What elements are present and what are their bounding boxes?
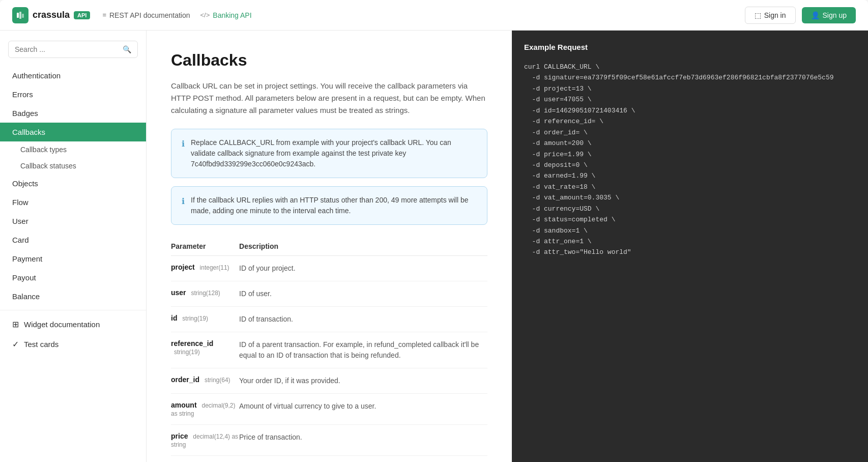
info-box-2-text: If the callback URL replies with an HTTP… xyxy=(191,195,477,216)
main-layout: 🔍 Authentication Errors Badges Callbacks… xyxy=(0,31,868,462)
widget-doc-icon: ⊞ xyxy=(12,320,19,329)
param-name: project xyxy=(171,263,195,271)
api-badge: API xyxy=(74,11,90,19)
table-row: amount decimal(9,2) as string Amount of … xyxy=(171,394,487,425)
nav-right: ⬚ Sign in 👤 Sign up xyxy=(745,7,856,24)
sidebar-item-errors[interactable]: Errors xyxy=(0,85,146,104)
menu-icon: ≡ xyxy=(102,11,106,19)
sidebar-item-callbacks-label: Callbacks xyxy=(12,128,45,136)
search-input[interactable] xyxy=(15,45,119,53)
sidebar-widget-documentation[interactable]: ⊞ Widget documentation xyxy=(0,314,146,334)
svg-rect-0 xyxy=(17,13,19,18)
logo-icon xyxy=(12,7,28,23)
nav-links: ≡ REST API documentation </> Banking API xyxy=(102,11,251,19)
table-row: order_id string(64) Your order ID, if it… xyxy=(171,368,487,394)
main-content: Callbacks Callback URL can be set in pro… xyxy=(147,31,512,462)
sidebar: 🔍 Authentication Errors Badges Callbacks… xyxy=(0,31,147,462)
sidebar-item-payout-label: Payout xyxy=(12,273,36,282)
sidebar-item-objects[interactable]: Objects xyxy=(0,174,146,193)
signin-icon: ⬚ xyxy=(755,11,761,19)
param-description: ID of your project. xyxy=(239,256,487,281)
page-description: Callback URL can be set in project setti… xyxy=(171,80,487,117)
search-icon: 🔍 xyxy=(123,45,131,53)
code-panel: Example Request curl CALLBACK_URL \ -d s… xyxy=(512,31,868,462)
table-row: user string(128) ID of user. xyxy=(171,281,487,307)
sidebar-item-callbacks[interactable]: Callbacks xyxy=(0,123,146,141)
info-icon-1: ℹ xyxy=(182,138,185,150)
param-type: string(19) xyxy=(182,315,208,322)
sidebar-item-authentication-label: Authentication xyxy=(12,71,61,80)
code-block: curl CALLBACK_URL \ -d signature=ea7379f… xyxy=(524,62,856,258)
param-description: ID of user. xyxy=(239,281,487,307)
param-name: reference_id xyxy=(171,339,213,348)
param-description: Price of transaction. xyxy=(239,425,487,456)
param-type: string(128) xyxy=(191,290,220,297)
param-description: ID of transaction. xyxy=(239,307,487,332)
table-header-parameter: Parameter xyxy=(171,237,239,256)
code-icon: </> xyxy=(200,11,210,19)
sidebar-divider xyxy=(0,310,146,310)
sidebar-item-payment[interactable]: Payment xyxy=(0,249,146,268)
sidebar-test-cards[interactable]: ✓ Test cards xyxy=(0,334,146,354)
sidebar-subitem-callback-types[interactable]: Callback types xyxy=(0,141,146,158)
search-box[interactable]: 🔍 xyxy=(8,41,138,58)
info-box-1: ℹ Replace CALLBACK_URL from example with… xyxy=(171,129,487,178)
sidebar-item-authentication[interactable]: Authentication xyxy=(0,66,146,85)
sidebar-widget-doc-label: Widget documentation xyxy=(24,320,100,329)
nav-link-banking-api-label: Banking API xyxy=(213,11,251,19)
sidebar-item-card[interactable]: Card xyxy=(0,230,146,249)
sidebar-subitem-callback-statuses[interactable]: Callback statuses xyxy=(0,158,146,174)
param-type: integer(11) xyxy=(200,264,229,271)
sidebar-item-objects-label: Objects xyxy=(12,179,38,188)
test-cards-icon: ✓ xyxy=(12,339,19,349)
nav-link-rest-api-label: REST API documentation xyxy=(109,11,190,19)
sidebar-item-badges-label: Badges xyxy=(12,109,38,118)
param-type: string(64) xyxy=(205,377,230,384)
sidebar-item-card-label: Card xyxy=(12,236,29,244)
sidebar-item-payment-label: Payment xyxy=(12,254,42,263)
sidebar-item-payout[interactable]: Payout xyxy=(0,268,146,287)
signin-label: Sign in xyxy=(764,11,786,19)
info-box-1-text: Replace CALLBACK_URL from example with y… xyxy=(191,137,477,169)
table-row: price decimal(12,4) as string Price of t… xyxy=(171,425,487,456)
logo[interactable]: crassula API xyxy=(12,7,90,23)
param-name: price xyxy=(171,432,188,440)
param-description: Amount of virtual currency to give to a … xyxy=(239,394,487,425)
content-area: Callbacks Callback URL can be set in pro… xyxy=(147,31,868,462)
sidebar-item-errors-label: Errors xyxy=(12,90,33,99)
sidebar-item-user[interactable]: User xyxy=(0,212,146,230)
sidebar-test-cards-label: Test cards xyxy=(24,340,59,349)
param-name: amount xyxy=(171,401,197,409)
table-row: reference_id string(19) ID of a parent t… xyxy=(171,332,487,368)
table-row: id string(19) ID of transaction. xyxy=(171,307,487,332)
svg-rect-2 xyxy=(22,14,24,18)
sidebar-item-balance-label: Balance xyxy=(12,292,40,301)
sidebar-subitem-callback-statuses-label: Callback statuses xyxy=(20,162,76,170)
param-description: ID of a parent transaction. For example,… xyxy=(239,332,487,368)
info-box-2: ℹ If the callback URL replies with an HT… xyxy=(171,186,487,225)
signup-label: Sign up xyxy=(823,11,847,19)
param-name: user xyxy=(171,288,186,297)
signup-button[interactable]: 👤 Sign up xyxy=(802,7,856,23)
svg-rect-1 xyxy=(19,12,21,19)
info-icon-2: ℹ xyxy=(182,195,185,208)
sidebar-item-user-label: User xyxy=(12,217,28,225)
signup-person-icon: 👤 xyxy=(811,11,820,19)
nav-left: crassula API ≡ REST API documentation </… xyxy=(12,7,252,23)
top-navigation: crassula API ≡ REST API documentation </… xyxy=(0,0,868,31)
logo-text: crassula xyxy=(33,10,70,20)
page-title: Callbacks xyxy=(171,51,487,70)
param-name: order_id xyxy=(171,376,199,384)
nav-link-rest-api[interactable]: ≡ REST API documentation xyxy=(102,11,190,19)
param-description: Your order ID, if it was provided. xyxy=(239,368,487,394)
nav-link-banking-api[interactable]: </> Banking API xyxy=(200,11,252,19)
sidebar-item-badges[interactable]: Badges xyxy=(0,104,146,123)
sidebar-item-balance[interactable]: Balance xyxy=(0,287,146,306)
table-row: project integer(11) ID of your project. xyxy=(171,256,487,281)
param-name: id xyxy=(171,314,177,322)
param-type: string(19) xyxy=(174,349,200,356)
table-header-description: Description xyxy=(239,237,487,256)
signin-button[interactable]: ⬚ Sign in xyxy=(745,7,796,24)
code-panel-title: Example Request xyxy=(524,43,856,51)
sidebar-item-flow[interactable]: Flow xyxy=(0,193,146,212)
